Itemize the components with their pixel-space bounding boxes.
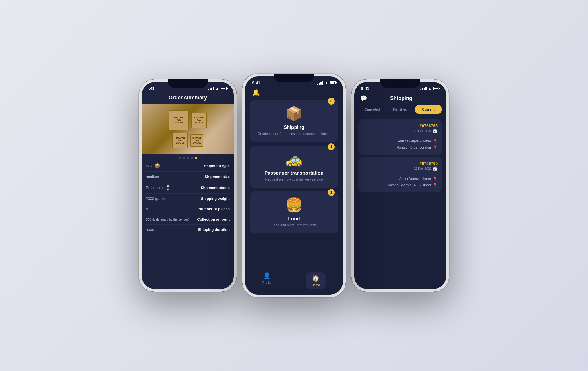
order-card-1[interactable]: #6756765 22 Dec 2022 📅 Anisha Gupta - Ho… (358, 119, 442, 155)
status-icons-left: ▲ (208, 86, 227, 90)
loc-dot-yellow-2: 📍 (433, 177, 438, 181)
shipping-desc: Create a transfer process for documents,… (258, 132, 330, 136)
row-shipping-duration: hours Shipping duration (146, 225, 230, 235)
scene: :41 ▲ Order summary (0, 0, 588, 371)
row-number-pieces: 5 Number of pieces (146, 204, 230, 214)
location-text-2b: Varsha Sharma- 4567 street (388, 183, 431, 187)
loc-dot-orange-1: 📍 (433, 145, 438, 150)
location-text-1a: Anisha Gupta - Home (398, 139, 431, 143)
status-icons-center: ▲ (317, 81, 336, 85)
breakable-icon: 🍷 (165, 185, 171, 190)
row-shipping-weight: 2000 grams Shipping weight (146, 194, 230, 204)
home-icon: 🏠 (312, 275, 320, 282)
time-right: 9:41 (361, 86, 369, 91)
profile-label: Profile (262, 281, 271, 284)
location-row-1b: Ronald Perez- London 📍 (363, 144, 438, 151)
row-shipment-type: Box 📦 Shipment type (146, 160, 230, 172)
loc-dot-yellow-1: 📍 (433, 139, 438, 144)
tab-finished[interactable]: Finished (387, 105, 413, 114)
location-row-1a: Anisha Gupta - Home 📍 (363, 138, 438, 144)
order-date-1: 22 Dec 2022 (414, 129, 432, 133)
shipping-header: 💬 Shipping → (354, 92, 446, 105)
tab-current[interactable]: Current (415, 105, 442, 114)
location-row-2a: Ankur Yadav - Home 📍 (363, 176, 438, 182)
passenger-desc: Request an individual delivery service (265, 177, 323, 182)
loc-dot-orange-2: 📍 (433, 183, 438, 188)
arrow-right-icon[interactable]: → (435, 95, 440, 101)
time-center: 9:41 (252, 80, 260, 85)
screen-left: :41 ▲ Order summary (142, 82, 234, 289)
order-card-2[interactable]: #6756765 22 Dec 2022 📅 Ankur Yadav - Hom… (358, 157, 442, 192)
screen-center: 9:41 ▲ 🔔 (245, 76, 343, 295)
passenger-badge: 1 (328, 143, 335, 150)
calendar-icon-1: 📅 (433, 129, 438, 133)
divider-1 (363, 136, 438, 136)
food-icon: 🍔 (285, 197, 303, 213)
signal-right (420, 87, 427, 90)
phone-right: 9:41 ▲ 💬 Shipping (351, 79, 449, 292)
passenger-title: Passenger transportation (264, 170, 324, 176)
battery-right (433, 87, 439, 90)
order-summary-title: Order summary (142, 92, 234, 104)
battery-center (330, 81, 336, 84)
phones-container: :41 ▲ Order summary (122, 42, 466, 329)
shipping-page-title: Shipping (390, 95, 412, 101)
shipping-card[interactable]: 3 📦 Shipping Create a transfer process f… (250, 100, 338, 142)
tab-canceled[interactable]: Canceled (359, 105, 385, 114)
row-shipment-size: medium Shipment size (146, 172, 230, 182)
location-row-2b: Varsha Sharma- 4567 street 📍 (363, 182, 438, 188)
shipping-badge: 3 (328, 98, 335, 105)
location-text-1b: Ronald Perez- London (396, 146, 431, 150)
nav-home[interactable]: 🏠 Home (306, 272, 326, 289)
notch-center (274, 74, 314, 82)
order-date-2: 22 Dec 2022 (414, 167, 432, 170)
divider-2 (363, 173, 438, 173)
notch-right (380, 79, 420, 88)
food-title: Food (288, 216, 300, 222)
profile-icon: 👤 (263, 272, 271, 280)
home-label: Home (312, 283, 320, 287)
phone-center: 9:41 ▲ 🔔 (242, 74, 346, 297)
status-icons-right: ▲ (420, 86, 439, 90)
order-image: ONLY WECANSAVE US ONLY WECANSAVE US ONLY… (142, 104, 234, 154)
nav-profile[interactable]: 👤 Profile (262, 272, 271, 289)
signal-left (208, 87, 214, 90)
order-id-2: #6756765 (420, 161, 438, 166)
order-id-1: #6756765 (420, 123, 438, 128)
wifi-center: ▲ (325, 81, 328, 85)
wifi-right: ▲ (428, 86, 432, 90)
row-shipment-status: Breakable 🍷 Shipment status (146, 182, 230, 194)
time-left: :41 (149, 86, 154, 91)
order-rows: Box 📦 Shipment type medium Shipment size… (142, 160, 234, 235)
tab-bar: Canceled Finished Current (354, 105, 446, 117)
taxi-icon: 🚕 (285, 151, 303, 167)
notch-left (168, 79, 208, 88)
food-card[interactable]: 1 🍔 Food Food and restaurant requests (250, 191, 338, 233)
battery-left (220, 87, 227, 90)
food-desc: Food and restaurant requests (271, 223, 316, 228)
order-card-top-2: #6756765 22 Dec 2022 📅 (363, 161, 438, 171)
shipping-icon: 📦 (285, 106, 303, 122)
order-card-top-1: #6756765 22 Dec 2022 📅 (363, 123, 438, 133)
signal-center (317, 81, 323, 85)
phone-left: :41 ▲ Order summary (139, 79, 237, 292)
dots-indicator (142, 154, 234, 160)
home-header: 🔔 (245, 87, 343, 96)
location-text-2a: Ankur Yadav - Home (399, 177, 431, 181)
shipping-title: Shipping (284, 125, 305, 130)
bottom-nav: 👤 Profile 🏠 Home (245, 269, 343, 295)
chat-icon[interactable]: 💬 (360, 95, 367, 102)
screen-right: 9:41 ▲ 💬 Shipping (354, 82, 446, 289)
calendar-icon-2: 📅 (433, 166, 438, 171)
food-badge: 1 (328, 189, 335, 196)
wifi-left: ▲ (216, 86, 219, 90)
row-collection-amount: 500 riyals (paid by the sender) Collecti… (146, 214, 230, 225)
box-icon: 📦 (154, 163, 160, 169)
passenger-card[interactable]: 1 🚕 Passenger transportation Request an … (250, 146, 338, 188)
bell-icon[interactable]: 🔔 (252, 89, 260, 96)
